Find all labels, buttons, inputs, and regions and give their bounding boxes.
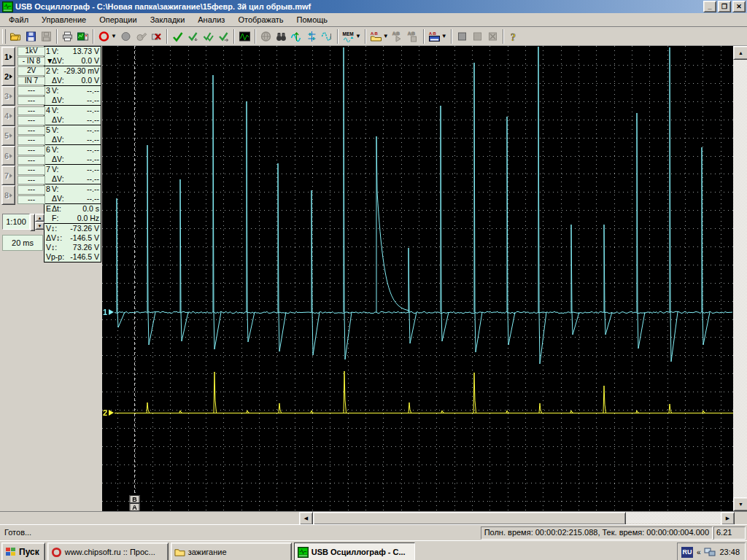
trigger-marker-icon [46,115,52,125]
sq-solid-icon [456,31,468,42]
channel-3-range[interactable]: --- [18,86,45,96]
cursor-measure-label: V↕: [46,224,57,233]
channel-6-input[interactable]: --- [18,156,45,166]
menu-item-Анализ[interactable]: Анализ [191,14,231,26]
f-value: 0.0 Hz [77,214,99,223]
channel-2-button[interactable]: 2 [1,66,15,86]
waveform-canvas[interactable] [102,46,733,511]
channel-8-settings: ------ [18,185,45,204]
channel-4-button[interactable]: 4 [1,106,15,126]
horizontal-scrollbar: ◀ ▶ [299,512,735,524]
math-open-button[interactable]: A:B▼ [368,28,390,44]
channel-7-input[interactable]: --- [18,176,45,185]
scope-view-button[interactable] [237,28,252,44]
minimize-button[interactable]: _ [703,1,716,12]
task-button-opera[interactable]: www.chipsoft.ru :: Прос... [47,542,169,560]
delete-record-button[interactable] [149,28,164,44]
channel-5-range[interactable]: --- [18,126,45,136]
tray-chevron[interactable]: « [697,548,701,556]
menu-item-Помощь[interactable]: Помощь [290,14,335,26]
math-panel-button[interactable]: A:B▼ [427,28,449,44]
memory-button[interactable]: MEM▼ [341,28,363,44]
restore-button[interactable]: ❐ [718,1,731,12]
close-button[interactable]: ✕ [732,1,746,12]
channel-2-range[interactable]: 2V [18,66,45,76]
check-next-button[interactable] [216,28,231,44]
dropdown-arrow-icon[interactable]: ▼ [383,33,389,39]
help-button[interactable]: ? [506,28,522,44]
ratio-up-button[interactable]: ▲ [35,214,44,222]
check-down-button[interactable] [185,28,201,44]
channel-3-input[interactable]: --- [18,96,45,106]
vertical-scroll-track[interactable] [733,60,747,497]
channel-8-input[interactable]: --- [18,195,45,205]
device-settings-button[interactable] [75,28,90,44]
channel-7-button[interactable]: 7 [1,166,15,185]
dropdown-arrow-icon[interactable]: ▼ [111,33,117,39]
taskbar: Пуск www.chipsoft.ru :: Прос...зажигание… [0,540,747,560]
check-button[interactable] [170,28,185,44]
dv-value: --.-- [87,115,99,125]
gray-circle-icon [120,31,132,42]
svg-text:A:B: A:B [429,31,436,35]
menu-item-Файл[interactable]: Файл [2,14,35,26]
menu-item-Отображать[interactable]: Отображать [231,14,290,26]
record-button[interactable]: ▼ [96,28,118,44]
channel-7-range[interactable]: --- [18,166,45,175]
channel-5-button[interactable]: 5 [1,126,15,146]
start-button[interactable]: Пуск [1,542,45,560]
horizontal-scroll-thumb[interactable] [313,512,626,525]
wave-cycle-button[interactable] [320,28,335,44]
scroll-left-button[interactable]: ◀ [299,512,313,525]
channel-1-button[interactable]: 1 [1,47,15,66]
ratio-down-button[interactable]: ▼ [35,222,44,230]
open-button[interactable] [8,28,23,44]
select-area-button[interactable] [454,28,470,44]
channel-1-input[interactable]: - IN 8 [18,57,45,66]
timebase-value[interactable]: 20 ms [2,235,43,251]
dropdown-arrow-icon[interactable]: ▼ [441,33,447,39]
horizontal-scroll-track[interactable] [626,512,721,524]
trigger-marker-icon [46,155,52,164]
levels-button[interactable] [304,28,320,44]
wave-marker-button[interactable] [289,28,304,44]
search-button[interactable] [274,28,289,44]
dv-label: ΔV: [52,155,64,164]
channel-6-button[interactable]: 6 [1,146,15,166]
stop-record-button[interactable] [118,28,133,44]
channel-2-input[interactable]: IN 7 [18,77,45,86]
channel-arrow-icon [9,193,12,198]
channel-6-range[interactable]: --- [18,146,45,155]
scroll-up-button[interactable]: ▲ [733,46,747,60]
save-button[interactable] [23,28,39,44]
channel-5-input[interactable]: --- [18,136,45,145]
task-button-folder[interactable]: зажигание [171,542,292,560]
language-indicator[interactable]: RU [681,547,693,558]
toolbar-grip[interactable] [2,29,6,44]
menu-item-Закладки[interactable]: Закладки [144,14,192,26]
print-button[interactable] [60,28,75,44]
ratio-value[interactable]: 1:100 [2,214,30,230]
svg-text:A:B: A:B [408,31,415,35]
toolbar-separator [255,29,256,44]
channel-8-button[interactable]: 8 [1,185,15,205]
measurement-row-5: 5V:--.--ΔV:--.-- [44,125,101,145]
scroll-down-button[interactable]: ▼ [733,497,747,511]
scroll-right-button[interactable]: ▶ [721,512,735,525]
menu-item-Операции[interactable]: Операции [93,14,143,26]
channel-1-range[interactable]: 1kV [18,47,45,56]
menu-item-Управление[interactable]: Управление [35,14,93,26]
channel-4-range[interactable]: --- [18,106,45,116]
channel-8-range[interactable]: --- [18,185,45,195]
measurement-row-6: 6V:--.--ΔV:--.-- [44,145,101,165]
task-button-scope[interactable]: USB Осциллограф - C... [294,542,415,560]
channel-4-input[interactable]: --- [18,116,45,125]
channel-3-button[interactable]: 3 [1,86,15,106]
network-icon[interactable] [704,547,716,557]
toolbar-separator [166,29,168,44]
meas-channel-number: 7 [46,165,52,174]
dropdown-arrow-icon[interactable]: ▼ [355,33,361,39]
ratio-slider-handle[interactable] [30,214,35,231]
check-all-button[interactable] [201,28,216,44]
delete-x-icon [150,31,163,42]
